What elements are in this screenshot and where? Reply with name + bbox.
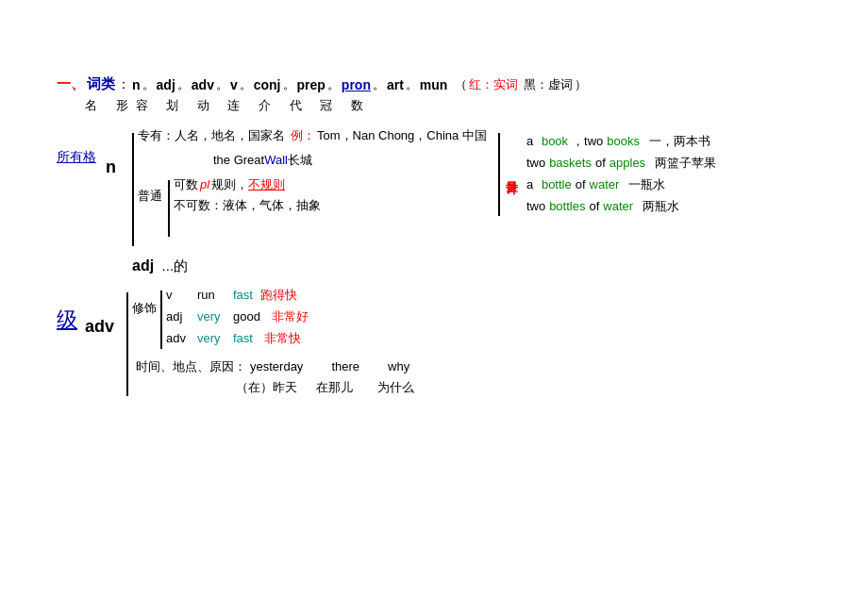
adj-section: adj ...的 <box>132 257 849 275</box>
zhuanyou-examples: Tom，Nan Chong，China 中国 <box>317 127 487 144</box>
wall-word: Wall <box>264 153 288 167</box>
wc-prep: prep <box>297 77 326 92</box>
shijian-label: 时间、地点、原因： <box>136 358 246 375</box>
xiushi-brace <box>160 290 162 349</box>
ji-label-wrap: 级 <box>57 287 85 334</box>
keke-row: 可数 pl 规则， 不规则 <box>174 176 321 193</box>
putong-row: 普通 可数 pl 规则， 不规则 不可数：液体，气体，抽象 <box>138 176 487 237</box>
adj-label: adj <box>132 257 154 274</box>
putong-brace <box>168 180 170 237</box>
suoyouge-label: 所有格 <box>57 127 106 166</box>
xiushi-row-1: v run fast 跑得快 <box>166 287 309 304</box>
great-pre: the Great <box>213 153 264 167</box>
cr1-book: book <box>542 134 568 148</box>
xiushi-block: 修饰 v run fast 跑得快 adj very good 非常好 <box>132 287 414 349</box>
xiushi-row-2: adj very good 非常好 <box>166 308 309 325</box>
buke-label: 不可数：液体，气体，抽象 <box>174 197 321 214</box>
guize-text: 规则， <box>211 176 248 193</box>
adv-content: 修饰 v run fast 跑得快 adj very good 非常好 <box>132 287 414 396</box>
xiushi-row-3: adv very fast 非常快 <box>166 330 309 347</box>
count-row-1: a book ，two books 一，两本书 <box>526 133 716 150</box>
shijian-row: 时间、地点、原因： yesterday there why <box>132 358 414 375</box>
jiliang-brace <box>498 133 500 216</box>
putong-label: 普通 <box>138 176 168 205</box>
buke-row: 不可数：液体，气体，抽象 <box>174 197 321 214</box>
adv-section: 级 adv 修饰 v run fast 跑得快 ad <box>57 287 849 396</box>
wc-mun: mun <box>420 77 448 92</box>
zhuanyou-label: 专有： <box>138 127 175 144</box>
jiliang-label: 计量 <box>504 127 521 210</box>
heading-note: （ <box>455 76 467 93</box>
heading-yi: 一、 <box>57 75 85 93</box>
zhuanyou-row: 专有： 人名，地名，国家名 例： Tom，Nan Chong，China 中国 <box>138 127 487 144</box>
pl-text: pl <box>200 177 209 191</box>
black-note: 黑：虚词 <box>520 76 573 93</box>
wc-pron: pron <box>342 77 371 92</box>
wc-v: v <box>230 77 238 92</box>
buguize-text: 不规则 <box>248 176 285 193</box>
wc-adv: adv <box>192 77 214 92</box>
wc-art: art <box>387 77 404 92</box>
n-section: 所有格 n 专有： 人名，地名，国家名 例： Tom，Nan Chong，Chi… <box>57 127 849 246</box>
wc-adj: adj <box>157 77 175 92</box>
note-close: ） <box>575 76 587 93</box>
zhuanyou-desc: 人名，地名，国家名 <box>175 127 285 144</box>
count-row-2: two baskets of apples 两篮子苹果 <box>526 155 716 172</box>
adv-brace <box>126 292 128 396</box>
putong-content: 可数 pl 规则， 不规则 不可数：液体，气体，抽象 <box>174 176 321 214</box>
heading-colon: ： <box>117 76 130 93</box>
heading-subtitle: 名 形容 划 动 连 介 代 冠 数 <box>85 97 849 114</box>
xiushi-label: 修饰 <box>132 287 160 317</box>
adv-label: adv <box>85 287 126 337</box>
count-row-3: a bottle of water 一瓶水 <box>526 176 716 193</box>
ji-label: 级 <box>57 307 77 331</box>
great-post: 长城 <box>288 152 312 169</box>
heading-colei: 词类 <box>87 75 115 93</box>
adj-suffix: ...的 <box>162 257 189 274</box>
n-label: n <box>106 127 132 177</box>
main-content: 一、 词类 ： n 。 adj 。 adv 。 v 。 conj 。 prep … <box>57 75 849 396</box>
n-content: 专有： 人名，地名，国家名 例： Tom，Nan Chong，China 中国 … <box>138 127 487 237</box>
red-note: 红：实词 <box>469 76 518 93</box>
xiushi-rows: v run fast 跑得快 adj very good 非常好 adv ver… <box>166 287 309 347</box>
n-bracket-outer: 专有： 人名，地名，国家名 例： Tom，Nan Chong，China 中国 … <box>132 127 487 246</box>
n-brace <box>132 133 134 246</box>
shijian-cn-row: （在）昨天 在那儿 为什么 <box>132 379 414 396</box>
li-label: 例： <box>291 127 315 144</box>
keke-label: 可数 <box>174 176 200 193</box>
great-wall-row: the Great Wall 长城 <box>138 152 487 169</box>
jiliang-block: 计量 a book ，two books 一，两本书 two baskets o… <box>498 127 716 216</box>
count-rows: a book ，two books 一，两本书 two baskets of a… <box>526 133 716 215</box>
jiliang-brace-wrap <box>498 127 500 216</box>
count-row-4: two bottles of water 两瓶水 <box>526 198 716 215</box>
jiliang-label-wrap: 计量 <box>504 127 521 210</box>
wc-conj: conj <box>254 77 281 92</box>
wc-n: n <box>132 77 141 92</box>
heading-line: 一、 词类 ： n 。 adj 。 adv 。 v 。 conj 。 prep … <box>57 75 849 93</box>
